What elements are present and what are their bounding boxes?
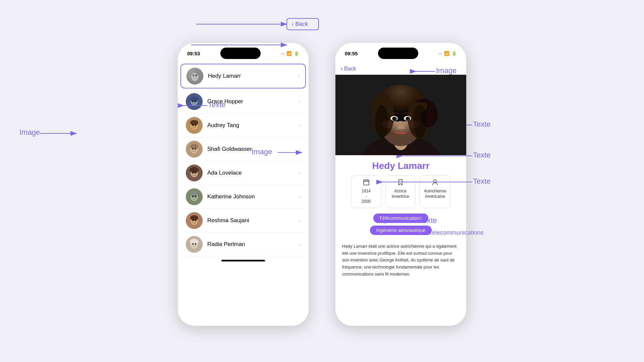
right-time: 09:55: [345, 51, 358, 56]
list-item-hedy[interactable]: Hedy Lamarr ›: [180, 64, 306, 88]
dots-icon-right: ···: [438, 51, 442, 56]
svg-point-4: [193, 74, 195, 77]
texte-annotation-name: Texte: [473, 120, 491, 128]
right-dynamic-island: [378, 48, 418, 59]
info-card-years: 1914-2000: [351, 175, 381, 208]
detail-name: Hedy Lamarr: [335, 155, 466, 175]
left-status-bar: 09:53 ··· 📶 🔋: [178, 43, 309, 62]
svg-point-25: [195, 172, 197, 174]
left-dynamic-island: [220, 48, 261, 59]
svg-point-5: [195, 74, 197, 77]
avatar-katherine: [186, 188, 203, 205]
svg-point-53: [393, 117, 395, 120]
svg-point-24: [192, 172, 194, 174]
name-audrey: Audrey Tang: [207, 122, 299, 129]
battery-icon-right: 🔋: [451, 51, 457, 56]
avatar-hedy: [186, 68, 203, 84]
right-phone: 09:55 ··· 📶 🔋 ‹ Back: [335, 43, 466, 326]
avatar-ada: [186, 165, 203, 181]
chevron-katherine: ›: [299, 194, 301, 199]
info-card-role: ActriceInventrice: [385, 175, 416, 208]
nationality-text: AutrichienneAméricaine: [424, 189, 446, 199]
back-button[interactable]: ‹ Back: [335, 62, 466, 75]
svg-point-19: [192, 148, 194, 150]
list-item-grace[interactable]: Grace Hopper ›: [180, 90, 306, 114]
right-status-bar: 09:55 ··· 📶 🔋: [335, 43, 466, 62]
svg-point-3: [192, 73, 198, 81]
svg-point-40: [195, 243, 197, 245]
detail-photo: [335, 75, 466, 155]
person-icon: [432, 179, 438, 187]
texte-annotation-cards: Texte: [473, 151, 491, 159]
avatar-grace: [186, 93, 203, 110]
list-item-shafi[interactable]: Shafi Goldwasser ›: [180, 137, 306, 161]
wifi-icon: 📶: [286, 51, 292, 56]
list-item-radia[interactable]: Radia Perlman ›: [180, 233, 306, 256]
tag-telecom: Télécommunications: [373, 214, 428, 223]
back-annotation: ‹ Back: [292, 21, 308, 27]
bookmark-icon: [397, 179, 404, 187]
svg-rect-70: [287, 18, 319, 30]
tag-aerospace: Ingénierie aéronautique: [370, 226, 431, 235]
role-text: ActriceInventrice: [392, 189, 409, 199]
calendar-icon: [363, 179, 370, 187]
svg-point-33: [190, 215, 198, 221]
list-item-audrey[interactable]: Audrey Tang ›: [180, 114, 306, 137]
wifi-icon-right: 📶: [444, 51, 449, 56]
chevron-ada: ›: [299, 170, 301, 176]
name-shafi: Shafi Goldwasser: [207, 146, 299, 153]
svg-point-14: [192, 124, 194, 126]
svg-point-23: [190, 167, 199, 173]
texte-annotation-tags: Texte: [473, 177, 491, 185]
svg-point-63: [434, 180, 436, 182]
person-list: Hedy Lamarr › Grace Hopper ›: [178, 64, 309, 256]
image-annotation-left: Image: [19, 128, 40, 136]
svg-rect-59: [364, 180, 369, 185]
svg-point-54: [406, 117, 409, 120]
svg-point-38: [190, 239, 199, 245]
list-item-ada[interactable]: Ada Lovelace ›: [180, 161, 306, 185]
name-hedy: Hedy Lamarr: [208, 73, 298, 79]
avatar-reshma: [186, 212, 203, 229]
svg-point-8: [190, 97, 198, 102]
list-item-katherine[interactable]: Katherine Johnson ›: [180, 185, 306, 209]
svg-point-35: [195, 219, 197, 221]
svg-point-18: [190, 144, 198, 149]
svg-point-29: [192, 195, 194, 197]
svg-point-13: [190, 120, 198, 125]
detail-container: ‹ Back: [335, 62, 466, 326]
annotations-overlay: Image Texte ‹ Back Image Texte Image Tex…: [0, 0, 644, 362]
years-text: 1914-2000: [362, 189, 371, 204]
detail-bio: Hedy Lamarr était une actrice autrichien…: [335, 240, 466, 285]
chevron-radia: ›: [299, 242, 301, 247]
left-phone: 09:53 ··· 📶 🔋 Hedy Lamarr ›: [178, 43, 309, 326]
avatar-radia: [186, 236, 203, 253]
back-chevron-icon: ‹: [341, 65, 343, 72]
dots-icon: ···: [281, 51, 284, 56]
svg-point-20: [195, 148, 197, 150]
chevron-reshma: ›: [299, 218, 301, 223]
chevron-grace: ›: [299, 99, 301, 104]
svg-point-30: [195, 195, 197, 197]
right-status-icons: ··· 📶 🔋: [438, 51, 457, 56]
detail-info-row: 1914-2000 ActriceInventrice Autrichie: [335, 175, 466, 214]
tags-row: Télécommunications Ingénierie aéronautiq…: [335, 214, 466, 240]
avatar-audrey: [186, 117, 203, 134]
svg-point-39: [192, 243, 194, 245]
name-reshma: Reshma Saujani: [207, 217, 299, 224]
svg-point-57: [375, 105, 388, 138]
left-status-icons: ··· 📶 🔋: [281, 51, 299, 56]
chevron-hedy: ›: [298, 73, 300, 79]
name-ada: Ada Lovelace: [207, 170, 299, 176]
name-katherine: Katherine Johnson: [207, 193, 299, 200]
left-home-indicator: [221, 260, 265, 261]
info-card-nationality: AutrichienneAméricaine: [420, 175, 451, 208]
svg-point-15: [195, 124, 197, 126]
back-label: Back: [344, 66, 356, 72]
list-item-reshma[interactable]: Reshma Saujani ›: [180, 209, 306, 233]
svg-point-28: [190, 191, 198, 197]
left-time: 09:53: [187, 51, 200, 56]
svg-point-58: [413, 105, 427, 138]
svg-point-34: [192, 219, 194, 221]
chevron-audrey: ›: [299, 123, 301, 128]
